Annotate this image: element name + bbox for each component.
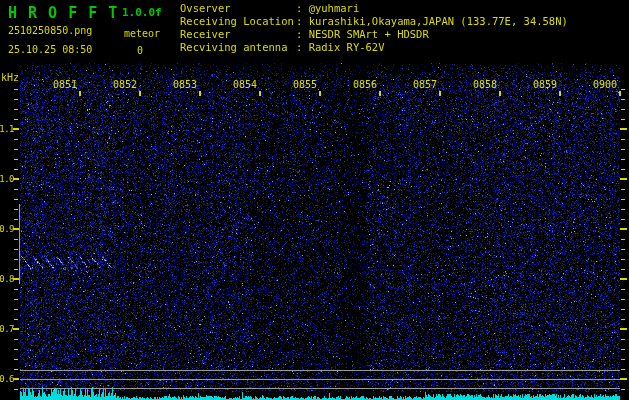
freq-tick-label: 1.1 — [0, 125, 14, 134]
freq-tick-label: 1.0 — [0, 175, 14, 184]
info-label: Receiving Location — [180, 15, 296, 28]
meteor-count-label: meteor — [124, 28, 160, 39]
output-filename: 2510250850.png — [8, 25, 92, 36]
time-tick-label: 0854 — [231, 80, 257, 90]
info-label: Receiver — [180, 28, 296, 41]
time-tick-label: 0856 — [351, 80, 377, 90]
freq-tick-label: 0.6 — [0, 375, 14, 384]
info-value: : Radix RY-62V — [296, 41, 385, 53]
time-tick-label: 0900 — [591, 80, 617, 90]
info-value: : @yuhmari — [296, 2, 359, 14]
time-tick-label: 0858 — [471, 80, 497, 90]
station-info-row: Ovserver: @yuhmari — [180, 2, 568, 15]
app-version: 1.0.0f — [122, 6, 162, 19]
spectrogram-canvas — [0, 0, 629, 400]
freq-tick-label: 0.7 — [0, 325, 14, 334]
info-label: Recviving antenna — [180, 41, 296, 54]
station-info-row: Receiving Location: kurashiki,Okayama,JA… — [180, 15, 568, 28]
info-value: : kurashiki,Okayama,JAPAN (133.77E, 34.5… — [296, 15, 568, 27]
time-tick-label: 0855 — [291, 80, 317, 90]
info-value: : NESDR SMArt + HDSDR — [296, 28, 429, 40]
time-tick-label: 0853 — [171, 80, 197, 90]
time-tick-label: 0852 — [111, 80, 137, 90]
info-label: Ovserver — [180, 2, 296, 15]
observation-datetime: 25.10.25 08:50 — [8, 44, 92, 55]
station-info-row: Receiver: NESDR SMArt + HDSDR — [180, 28, 568, 41]
frequency-unit-label: kHz — [1, 73, 19, 83]
station-info-row: Recviving antenna: Radix RY-62V — [180, 41, 568, 54]
freq-tick-label: 0.8 — [0, 275, 14, 284]
station-info-block: Ovserver: @yuhmariReceiving Location: ku… — [180, 2, 568, 54]
time-tick-label: 0857 — [411, 80, 437, 90]
hrofft-output-image: H R O F F T 1.0.0f 2510250850.png meteor… — [0, 0, 629, 400]
time-tick-label: 0851 — [51, 80, 77, 90]
time-tick-label: 0859 — [531, 80, 557, 90]
app-title: H R O F F T — [8, 4, 118, 22]
freq-tick-label: 0.9 — [0, 225, 14, 234]
meteor-count-value: 0 — [137, 45, 143, 56]
